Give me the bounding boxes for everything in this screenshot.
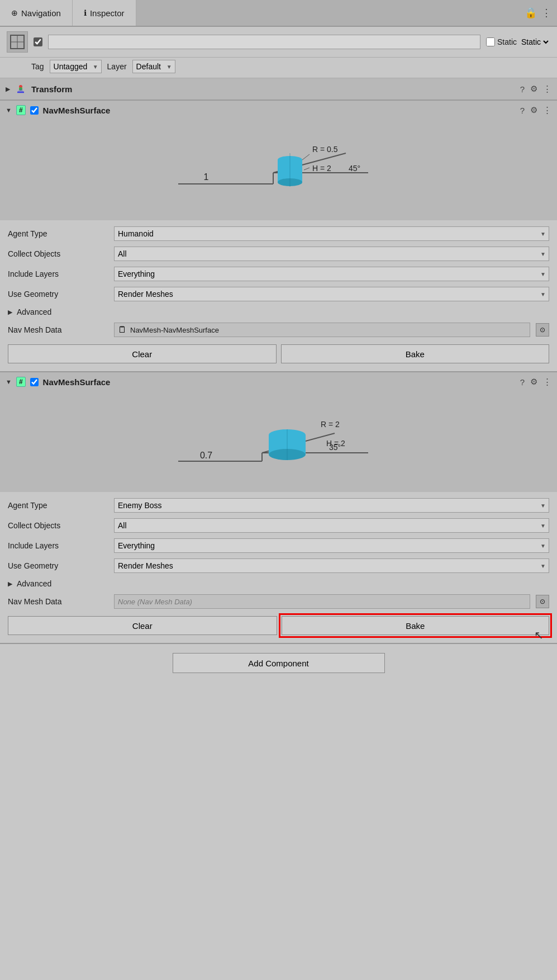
tag-select[interactable]: Untagged: [50, 60, 102, 73]
navmesh1-diagram-svg: 1 45° R = 0.5 H = 2: [161, 131, 396, 209]
svg-line-19: [302, 154, 310, 160]
navmesh2-agent-type-label: Agent Type: [8, 501, 108, 510]
navmesh1-ref-field: 🗒 NavMesh-NavMeshSurface: [114, 323, 530, 337]
navmesh2-arrow: ▼: [6, 378, 12, 385]
static-checkbox[interactable]: [486, 37, 495, 46]
navmesh1-include-layers-label: Include Layers: [8, 269, 108, 278]
navmesh2-title: NavMeshSurface: [43, 377, 516, 387]
navmesh1-advanced-row[interactable]: ▶ Advanced: [0, 304, 557, 320]
navmesh2-clear-button[interactable]: Clear: [8, 616, 277, 635]
navmesh2-use-geometry-label: Use Geometry: [8, 561, 108, 570]
navmesh2-component: ▼ # NavMeshSurface ? ⚙ ⋮ 0.7 35°: [0, 372, 557, 644]
navmesh2-diagram: 0.7 35° R = 2 H = 2: [0, 391, 557, 492]
tag-layer-row: Tag Untagged Layer Default: [0, 58, 557, 78]
static-dropdown[interactable]: Static: [519, 37, 550, 47]
navmesh1-data-label: Nav Mesh Data: [8, 325, 108, 334]
navmesh1-use-geometry-select[interactable]: Render Meshes: [114, 287, 549, 301]
navmesh2-advanced-arrow: ▶: [8, 580, 12, 588]
navmesh2-collect-objects-label: Collect Objects: [8, 521, 108, 530]
navmesh1-advanced-arrow: ▶: [8, 309, 12, 316]
navmesh2-ref-value: None (Nav Mesh Data): [118, 598, 192, 606]
navmesh2-bake-button[interactable]: Bake: [282, 616, 550, 635]
navmesh2-advanced-label: Advanced: [17, 579, 51, 588]
navmesh1-action-buttons: Clear Bake: [0, 340, 557, 368]
transform-arrow: ▶: [6, 86, 10, 93]
lock-icon[interactable]: 🔒: [525, 7, 537, 19]
navmesh2-agent-type-wrap[interactable]: Enemy Boss: [114, 498, 549, 513]
navmesh1-checkbox[interactable]: [30, 106, 39, 115]
navmesh1-diagram: 1 45° R = 0.5 H = 2: [0, 120, 557, 220]
static-area: Static Static: [486, 37, 550, 47]
navmesh2-checkbox[interactable]: [30, 378, 39, 386]
transform-help-icon[interactable]: ?: [520, 84, 525, 94]
transform-menu-icon[interactable]: ⋮: [543, 84, 551, 94]
navmesh2-data-label: Nav Mesh Data: [8, 597, 108, 606]
navmesh1-arrow: ▼: [6, 107, 12, 113]
navmesh1-use-geometry-wrap[interactable]: Render Meshes: [114, 287, 549, 301]
tab-inspector-label: Inspector: [90, 8, 125, 18]
navmesh1-bake-button[interactable]: Bake: [281, 344, 550, 363]
navmesh2-use-geometry-select[interactable]: Render Meshes: [114, 558, 549, 573]
navmesh1-help-icon[interactable]: ?: [520, 106, 525, 115]
tag-select-wrap[interactable]: Untagged: [50, 60, 102, 73]
svg-marker-6: [17, 88, 24, 92]
navmesh2-target-btn[interactable]: ⊙: [536, 595, 549, 608]
navmesh2-advanced-row[interactable]: ▶ Advanced: [0, 576, 557, 591]
layer-select-wrap[interactable]: Default: [132, 60, 175, 73]
svg-text:H = 2: H = 2: [326, 439, 345, 448]
navmesh1-include-layers-wrap[interactable]: Everything: [114, 267, 549, 281]
transform-comp-icon: [15, 83, 27, 95]
object-active-checkbox[interactable]: [34, 37, 42, 46]
tab-inspector[interactable]: ℹ Inspector: [73, 0, 136, 26]
navmesh2-ref-field: None (Nav Mesh Data): [114, 594, 530, 609]
navmesh2-bake-wrapper: Bake ↖: [282, 616, 550, 635]
transform-header[interactable]: ▶ Transform ? ⚙ ⋮: [0, 78, 557, 100]
navmesh1-include-layers-row: Include Layers Everything: [0, 264, 557, 284]
object-name-input[interactable]: NavMeshSurface: [48, 35, 480, 49]
layer-select[interactable]: Default: [132, 60, 175, 73]
navmesh1-agent-type-wrap[interactable]: Humanoid: [114, 226, 549, 241]
navmesh1-menu-icon[interactable]: ⋮: [543, 105, 551, 115]
navmesh1-form: Agent Type Humanoid Collect Objects All: [0, 220, 557, 371]
navmesh2-include-layers-wrap[interactable]: Everything: [114, 538, 549, 553]
transform-settings-icon[interactable]: ⚙: [530, 84, 537, 94]
static-label: Static: [497, 37, 517, 46]
tag-label: Tag: [31, 62, 44, 71]
menu-icon[interactable]: ⋮: [541, 7, 551, 19]
tab-bar: ⊕ Navigation ℹ Inspector 🔒 ⋮: [0, 0, 557, 27]
navmesh2-settings-icon[interactable]: ⚙: [530, 377, 537, 387]
navmesh2-help-icon[interactable]: ?: [520, 377, 525, 387]
navmesh1-advanced-label: Advanced: [17, 307, 51, 316]
add-component-button[interactable]: Add Component: [173, 653, 385, 673]
navmesh1-collect-objects-wrap[interactable]: All: [114, 247, 549, 261]
navmesh2-menu-icon[interactable]: ⋮: [543, 377, 551, 387]
transform-component: ▶ Transform ? ⚙ ⋮: [0, 78, 557, 101]
navmesh1-ref-value: NavMesh-NavMeshSurface: [130, 326, 219, 334]
navmesh1-title: NavMeshSurface: [43, 106, 516, 115]
navmesh2-use-geometry-wrap[interactable]: Render Meshes: [114, 558, 549, 573]
navmesh2-agent-type-select[interactable]: Enemy Boss: [114, 498, 549, 513]
navmesh1-clear-button[interactable]: Clear: [8, 344, 277, 363]
svg-text:45°: 45°: [349, 164, 360, 173]
navmesh2-include-layers-row: Include Layers Everything: [0, 536, 557, 556]
navmesh2-include-layers-select[interactable]: Everything: [114, 538, 549, 553]
navmesh1-header[interactable]: ▼ # NavMeshSurface ? ⚙ ⋮: [0, 101, 557, 120]
navmesh1-settings-icon[interactable]: ⚙: [530, 105, 537, 115]
navmesh1-agent-type-label: Agent Type: [8, 229, 108, 238]
tab-bar-actions: 🔒 ⋮: [525, 7, 557, 19]
navmesh2-data-row: Nav Mesh Data None (Nav Mesh Data) ⊙: [0, 591, 557, 612]
navmesh1-agent-type-select[interactable]: Humanoid: [114, 226, 549, 241]
navmesh1-target-btn[interactable]: ⊙: [536, 323, 549, 337]
navmesh2-header[interactable]: ▼ # NavMeshSurface ? ⚙ ⋮: [0, 372, 557, 391]
navmesh2-use-geometry-row: Use Geometry Render Meshes: [0, 556, 557, 576]
tab-navigation[interactable]: ⊕ Navigation: [0, 0, 73, 26]
navmesh1-data-row: Nav Mesh Data 🗒 NavMesh-NavMeshSurface ⊙: [0, 320, 557, 340]
svg-text:H = 2: H = 2: [312, 164, 331, 173]
svg-text:1: 1: [203, 172, 208, 182]
svg-text:R = 2: R = 2: [321, 420, 340, 429]
navmesh2-collect-objects-select[interactable]: All: [114, 518, 549, 533]
navmesh2-collect-objects-wrap[interactable]: All: [114, 518, 549, 533]
navmesh1-collect-objects-select[interactable]: All: [114, 247, 549, 261]
navmesh1-hash-badge: #: [16, 105, 26, 115]
navmesh1-include-layers-select[interactable]: Everything: [114, 267, 549, 281]
